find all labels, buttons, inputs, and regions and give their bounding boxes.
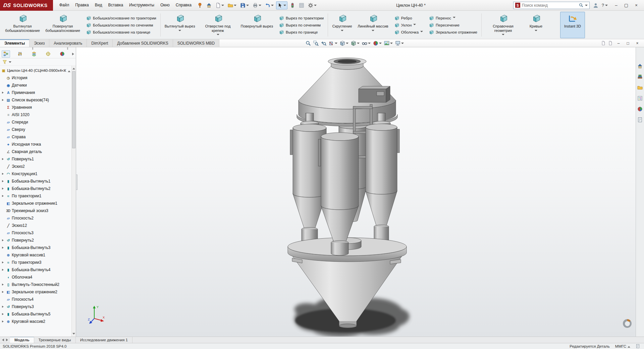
menu-item[interactable]: Справка [173, 0, 195, 10]
next-document-icon[interactable] [608, 41, 612, 45]
graphics-viewport[interactable]: Y X Z [76, 47, 636, 337]
tree-item[interactable]: ▱Плоскость4 [1, 296, 71, 303]
model-3d[interactable] [247, 57, 461, 337]
options-button[interactable] [307, 1, 318, 9]
previous-document-icon[interactable] [601, 41, 605, 45]
instant-3d-button[interactable]: Instant 3D [560, 12, 585, 38]
rib-button[interactable]: Ребро [394, 15, 423, 21]
tree-item[interactable]: ▱Плоскость3 [1, 229, 71, 237]
user-icon[interactable] [593, 3, 598, 8]
units-selector[interactable]: ММГС [615, 344, 630, 348]
tree-item[interactable]: ↺Повернуть2 [1, 237, 71, 244]
expand-arrow-icon[interactable] [1, 188, 5, 190]
tree-item[interactable]: ▱Справа [1, 133, 71, 141]
dropdown-chevron-icon[interactable] [535, 30, 537, 33]
tree-item[interactable]: ≈По траектории3 [1, 259, 71, 266]
tree-item[interactable]: ◉Датчики [1, 82, 71, 89]
maximize-button[interactable]: ▢ [621, 0, 631, 10]
section-view-button[interactable] [329, 41, 337, 46]
tab-elements[interactable]: Элементы [0, 39, 30, 47]
lofted-cut-button[interactable]: Вырез по сечениям [278, 22, 324, 28]
expand-arrow-icon[interactable] [1, 99, 5, 101]
open-button[interactable] [226, 1, 238, 9]
tree-item[interactable]: ↺Повернуть3 [1, 303, 71, 310]
tree-item[interactable]: ▮Бобышка-Вытянуть5 [1, 310, 71, 318]
dropdown-chevron-icon[interactable] [420, 31, 423, 34]
custom-properties-status-icon[interactable] [636, 344, 640, 348]
close-button[interactable]: × [631, 0, 641, 10]
dropdown-chevron-icon[interactable] [357, 43, 360, 45]
boundary-cut-button[interactable]: Вырез по границе [278, 29, 324, 35]
home-button[interactable] [205, 1, 213, 9]
menu-item[interactable]: Инструменты [126, 0, 157, 10]
undo-button[interactable] [264, 1, 275, 9]
scroll-up-icon[interactable] [72, 66, 75, 69]
pin-button[interactable] [196, 1, 204, 9]
expand-arrow-icon[interactable] [1, 320, 5, 322]
tree-item[interactable]: ◷История [1, 74, 71, 82]
menu-item[interactable]: Правка [72, 0, 92, 10]
menu-item[interactable]: Вставка [105, 0, 126, 10]
scroll-tabs-left-icon[interactable] [2, 339, 4, 341]
dimxpertmanager-tab[interactable] [44, 50, 52, 58]
view-orientation-button[interactable] [340, 41, 348, 46]
move-button[interactable]: Перенос [428, 15, 477, 21]
command-search[interactable] [513, 2, 590, 9]
dropdown-chevron-icon[interactable] [221, 5, 224, 7]
tree-item[interactable]: AПримечания [1, 89, 71, 96]
tree-item[interactable]: ≈По траектории1 [1, 192, 71, 200]
tree-item[interactable]: ◧Зеркальное отражение2 [1, 288, 71, 296]
tree-item[interactable]: ⊛Круговой массив1 [1, 251, 71, 259]
save-button[interactable] [239, 1, 250, 9]
intersect-button[interactable]: Пересечение [428, 22, 477, 28]
expand-arrow-icon[interactable] [1, 239, 5, 241]
solidworks-resources-button[interactable] [637, 63, 643, 69]
tree-item[interactable]: ▤Список вырезов(74) [1, 96, 71, 104]
help-menu[interactable]: ? [602, 3, 608, 8]
dropdown-chevron-icon[interactable] [413, 24, 416, 27]
tab-sketch[interactable]: Эскиз [30, 39, 49, 47]
panel-expand-chevron-icon[interactable] [72, 53, 74, 55]
dropdown-chevron-icon[interactable] [341, 30, 343, 33]
menu-item[interactable]: Окно [157, 0, 173, 10]
propertymanager-tab[interactable] [16, 50, 24, 58]
zoom-to-area-button[interactable] [313, 41, 319, 46]
rebuild-button[interactable] [288, 1, 297, 9]
dropdown-chevron-icon[interactable] [283, 5, 286, 7]
tree-item[interactable]: ΣУравнения [1, 104, 71, 111]
menu-item[interactable]: Вид [92, 0, 105, 10]
doc-minimize-button[interactable]: – [615, 40, 622, 47]
apply-scene-button[interactable] [384, 41, 393, 46]
doc-restore-button[interactable]: □ [625, 40, 631, 47]
dropdown-chevron-icon[interactable] [246, 5, 249, 7]
tree-item[interactable]: ▮Бобышка-Вытянуть4 [1, 266, 71, 273]
linear-pattern-button[interactable]: Линейный массив [355, 12, 391, 38]
mouse-gesture-donut[interactable] [623, 319, 632, 328]
dropdown-chevron-icon[interactable] [368, 43, 371, 45]
configurationmanager-tab[interactable] [30, 50, 38, 58]
tree-filter-bar[interactable] [0, 58, 76, 66]
fillet-button[interactable]: Скругление [330, 12, 355, 38]
tree-item[interactable]: ∠Сварная деталь [1, 148, 71, 155]
document-tab[interactable]: Модель [10, 337, 34, 343]
tree-item[interactable]: ╱Эскиз12 [1, 222, 71, 229]
view-palette-button[interactable] [637, 95, 643, 101]
document-tab[interactable]: Исследование движения 1 [76, 337, 132, 343]
tree-item[interactable]: ▮Бобышка-Вытянуть1 [1, 178, 71, 185]
expand-arrow-icon[interactable] [1, 261, 5, 263]
dropdown-chevron-icon[interactable] [314, 5, 317, 7]
tree-scrollbar[interactable] [71, 66, 76, 337]
dropdown-chevron-icon[interactable] [379, 43, 382, 45]
edit-appearance-button[interactable] [373, 41, 382, 46]
expand-arrow-icon[interactable] [1, 291, 5, 293]
dropdown-chevron-icon[interactable] [502, 34, 504, 37]
draft-button[interactable]: Уклон [394, 22, 423, 28]
tree-item[interactable]: ▱Плоскость2 [1, 214, 71, 222]
extruded-boss-button[interactable]: Вытянутая бобышка/основание [3, 12, 42, 38]
hole-wizard-button[interactable]: Отверстие под крепеж [198, 12, 238, 38]
expand-arrow-icon[interactable] [1, 269, 5, 271]
view-settings-button[interactable] [395, 41, 404, 46]
scrollbar-thumb[interactable] [72, 71, 75, 148]
boundary-boss-button[interactable]: Бобышка/основание на границе [86, 29, 156, 35]
panel-splitter-handle[interactable] [0, 47, 76, 50]
